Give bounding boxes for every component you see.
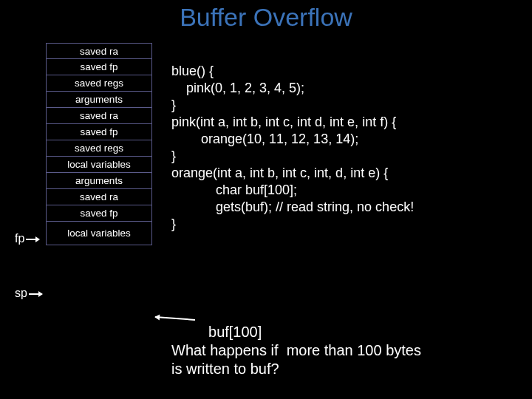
page-title: Buffer Overflow: [0, 0, 532, 32]
sp-text: sp: [15, 287, 27, 299]
question-text: buf[100] What happens if more than 100 b…: [171, 304, 421, 378]
arrow-right-icon: [29, 293, 42, 295]
stack-cell: saved ra: [46, 43, 152, 59]
code-block: blue() { pink(0, 1, 2, 3, 4, 5); } pink(…: [171, 46, 414, 233]
code-line: gets(buf); // read string, no check!: [171, 200, 414, 214]
stack-cell: arguments: [46, 173, 152, 189]
stack-diagram: saved ra saved fp saved regs arguments s…: [46, 43, 152, 245]
stack-cell: arguments: [46, 92, 152, 108]
code-line: blue() {: [171, 64, 214, 78]
question-line: What happens if more than 100 bytes: [171, 342, 421, 358]
stack-cell: local variables: [46, 222, 152, 245]
frame-pointer-label: fp: [15, 232, 44, 245]
question-line: buf[100]: [171, 324, 262, 340]
stack-cell: saved regs: [46, 140, 152, 157]
code-line: }: [171, 149, 176, 163]
question-line: is written to buf?: [171, 361, 279, 377]
code-line: pink(int a, int b, int c, int d, int e, …: [171, 115, 396, 129]
stack-cell: saved fp: [46, 59, 152, 75]
stack-cell: saved regs: [46, 75, 152, 92]
stack-cell: saved ra: [46, 108, 152, 124]
stack-cell: saved fp: [46, 124, 152, 140]
code-line: }: [171, 216, 176, 231]
code-line: orange(int a, int b, int c, int, d, int …: [171, 166, 388, 180]
code-line: }: [171, 98, 176, 112]
arrow-right-icon: [26, 239, 39, 240]
stack-cell: saved ra: [46, 189, 152, 205]
fp-text: fp: [15, 232, 24, 245]
stack-cell: saved fp: [46, 205, 152, 222]
code-line: pink(0, 1, 2, 3, 4, 5);: [171, 81, 304, 95]
stack-cell: local variables: [46, 157, 152, 173]
code-line: char buf[100];: [171, 183, 297, 197]
stack-pointer-label: sp: [15, 287, 44, 300]
code-line: orange(10, 11, 12, 13, 14);: [171, 132, 358, 146]
